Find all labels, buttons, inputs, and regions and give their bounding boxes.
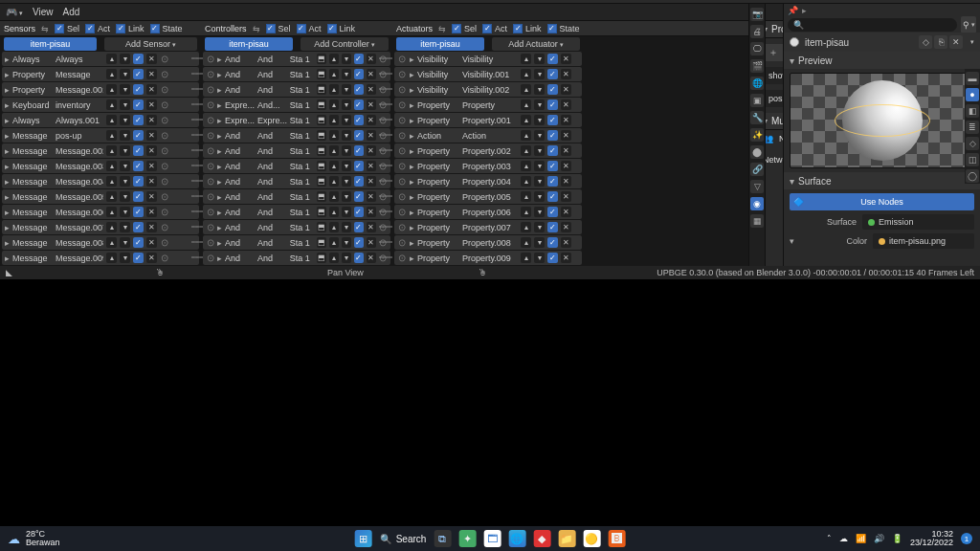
active-checkbox[interactable]: ✓ <box>133 69 144 79</box>
tab-output-icon[interactable]: 🖨 <box>750 25 764 38</box>
active-checkbox[interactable]: ✓ <box>133 99 144 110</box>
brick-type[interactable]: Message <box>12 253 53 263</box>
taskview-icon[interactable]: ⧉ <box>434 530 451 547</box>
brick-name[interactable]: Visibility <box>462 55 518 64</box>
priority-icon[interactable]: ⬒ <box>317 99 326 110</box>
move-down-icon[interactable]: ▾ <box>342 145 351 156</box>
active-checkbox[interactable]: ✓ <box>354 253 364 263</box>
move-down-icon[interactable]: ▾ <box>342 99 351 110</box>
brick-type[interactable]: Message <box>12 208 53 217</box>
move-up-icon[interactable]: ▴ <box>106 69 117 79</box>
move-down-icon[interactable]: ▾ <box>120 161 130 171</box>
active-checkbox[interactable]: ✓ <box>354 99 364 110</box>
brick-type[interactable]: Property <box>417 253 459 263</box>
brick-name[interactable]: Always <box>56 55 103 64</box>
move-down-icon[interactable]: ▾ <box>534 253 545 263</box>
delete-icon[interactable]: ✕ <box>367 207 376 217</box>
active-checkbox[interactable]: ✓ <box>547 145 558 156</box>
brick-name[interactable]: Property.007 <box>462 223 518 232</box>
link-in-icon[interactable]: ⊙ <box>397 235 407 250</box>
move-down-icon[interactable]: ▾ <box>120 130 130 141</box>
state-label[interactable]: Sta 1 <box>290 85 314 95</box>
link-out-icon[interactable]: ⊙ <box>160 67 169 81</box>
link-out-icon[interactable]: ⊙ <box>379 98 388 112</box>
new-material-icon[interactable]: ◇ <box>919 35 932 49</box>
tab-world-icon[interactable]: 🌐 <box>750 77 764 90</box>
tab-scene-icon[interactable]: 🎬 <box>750 59 764 73</box>
expand-icon[interactable]: ▸ <box>5 223 10 232</box>
act-act-checkbox[interactable]: ✓ <box>482 24 492 33</box>
actuators-collapse-icon[interactable]: ⇆ <box>438 24 446 33</box>
priority-icon[interactable]: ⬒ <box>317 191 326 202</box>
active-checkbox[interactable]: ✓ <box>133 222 144 232</box>
brick-name[interactable]: Message.009 <box>56 253 103 263</box>
sensors-sel-checkbox[interactable]: ✓ <box>55 24 64 33</box>
brick-name[interactable]: Message.004 <box>56 177 103 187</box>
move-up-icon[interactable]: ▴ <box>329 191 339 202</box>
link-in-icon[interactable]: ⊙ <box>397 82 407 97</box>
brick-type[interactable]: And <box>225 70 255 79</box>
delete-icon[interactable]: ✕ <box>367 176 376 187</box>
sensors-link-checkbox[interactable]: ✓ <box>116 24 125 33</box>
brick-name[interactable]: And <box>257 223 287 232</box>
expand-icon[interactable]: ▸ <box>5 208 10 217</box>
move-down-icon[interactable]: ▾ <box>534 145 545 156</box>
link-in-icon[interactable]: ⊙ <box>206 205 214 219</box>
brick-type[interactable]: Property <box>417 146 459 156</box>
link-out-icon[interactable]: ⊙ <box>379 113 388 127</box>
delete-icon[interactable]: ✕ <box>561 253 571 263</box>
brick-type[interactable]: Message <box>12 131 53 141</box>
move-down-icon[interactable]: ▾ <box>534 130 545 141</box>
link-in-icon[interactable]: ⊙ <box>397 251 407 265</box>
move-down-icon[interactable]: ▾ <box>534 222 545 232</box>
brick-name[interactable]: And <box>257 177 287 187</box>
move-down-icon[interactable]: ▾ <box>120 84 130 95</box>
move-up-icon[interactable]: ▴ <box>521 99 531 110</box>
link-out-icon[interactable]: ⊙ <box>379 220 388 234</box>
delete-icon[interactable]: ✕ <box>146 161 157 171</box>
expand-icon[interactable]: ▸ <box>217 208 222 217</box>
move-down-icon[interactable]: ▾ <box>534 54 545 64</box>
expand-icon[interactable]: ▸ <box>410 208 414 217</box>
brick-type[interactable]: Message <box>12 238 53 248</box>
expand-icon[interactable]: ▸ <box>410 238 414 248</box>
link-out-icon[interactable]: ⊙ <box>160 189 169 204</box>
start-button[interactable]: ⊞ <box>355 530 372 547</box>
move-up-icon[interactable]: ▴ <box>106 99 117 110</box>
brick-type[interactable]: And <box>225 208 255 217</box>
move-up-icon[interactable]: ▴ <box>329 115 339 125</box>
move-up-icon[interactable]: ▴ <box>106 145 117 156</box>
controllers-object[interactable]: item-pisau <box>205 37 293 51</box>
move-up-icon[interactable]: ▴ <box>521 54 531 64</box>
link-in-icon[interactable]: ⊙ <box>397 128 407 143</box>
expand-icon[interactable]: ▸ <box>217 131 222 141</box>
state-label[interactable]: Sta 1 <box>290 192 314 202</box>
taskbar-weather[interactable]: ☁ 28°CBerawan <box>0 530 68 547</box>
sensors-object[interactable]: item-pisau <box>4 37 97 51</box>
move-up-icon[interactable]: ▴ <box>521 145 531 156</box>
priority-icon[interactable]: ⬒ <box>317 130 326 141</box>
link-out-icon[interactable]: ⊙ <box>379 189 388 204</box>
move-up-icon[interactable]: ▴ <box>106 207 117 217</box>
editor-type-icon[interactable]: 🎮▾ <box>6 7 23 17</box>
delete-icon[interactable]: ✕ <box>146 207 157 217</box>
brick-type[interactable]: Property <box>417 177 459 187</box>
expand-icon[interactable]: ▸ <box>5 100 10 110</box>
state-label[interactable]: Sta 1 <box>290 223 314 232</box>
brick-name[interactable]: Property.002 <box>462 146 518 156</box>
active-checkbox[interactable]: ✓ <box>547 115 558 125</box>
priority-icon[interactable]: ⬒ <box>317 69 326 79</box>
expand-icon[interactable]: ▸ <box>217 146 222 156</box>
move-up-icon[interactable]: ▴ <box>106 222 117 232</box>
move-up-icon[interactable]: ▴ <box>106 130 117 141</box>
link-out-icon[interactable]: ⊙ <box>379 143 388 158</box>
unlink-material-icon[interactable]: ✕ <box>949 35 963 49</box>
link-in-icon[interactable]: ⊙ <box>206 189 214 204</box>
brick-type[interactable]: And <box>225 238 255 248</box>
delete-icon[interactable]: ✕ <box>146 222 157 232</box>
brick-type[interactable]: Message <box>12 177 53 187</box>
menu-add[interactable]: Add <box>63 7 80 17</box>
expand-icon[interactable]: ▸ <box>5 55 10 64</box>
add-controller-button[interactable]: Add Controller▾ <box>301 37 389 51</box>
state-label[interactable]: Sta 1 <box>290 253 314 263</box>
